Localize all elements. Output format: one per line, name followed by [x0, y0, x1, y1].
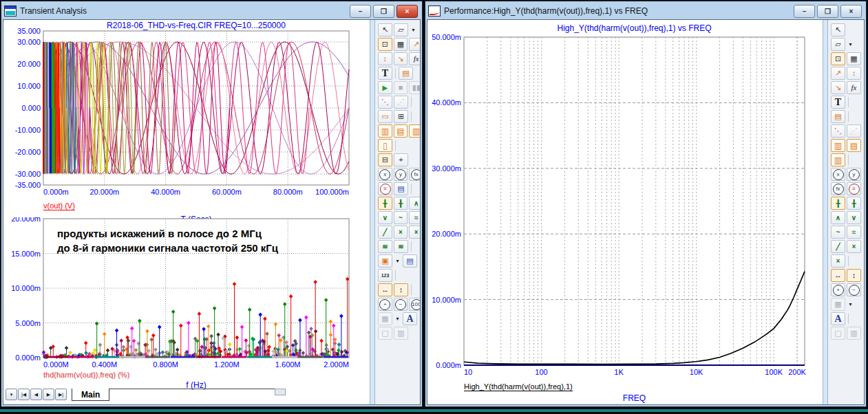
cursor-next-right-icon[interactable]: ╂ [394, 197, 408, 210]
tab-first-button[interactable]: |◀ [18, 389, 30, 400]
copy-to-clipboard-icon[interactable]: ▣ [378, 254, 392, 268]
tile-windows-icon[interactable]: ▥ [847, 327, 861, 340]
plot-scrollbar[interactable] [370, 20, 375, 404]
cursor-valley-icon[interactable]: ∨ [847, 211, 861, 224]
auto-scale-horizontal-icon[interactable]: ↔ [831, 269, 845, 282]
performance-window-titlebar[interactable]: Performance:High_Y(thd(harm(v(out)),freq… [427, 3, 865, 19]
scale-mode-icon[interactable]: ⊡ [378, 38, 392, 51]
horizontal-grid-toggle-icon[interactable]: ▤ [394, 124, 408, 138]
scale-vertical-mode-icon[interactable]: ↕ [847, 67, 861, 80]
text-tool-icon[interactable]: T [378, 67, 392, 80]
minor-grid-toggle-icon[interactable]: ▥ [409, 124, 421, 138]
select-tool-icon[interactable]: ↖ [831, 23, 845, 36]
restore-button[interactable]: ❐ [817, 5, 838, 18]
stop-button-icon[interactable]: ■ [394, 81, 408, 94]
zoom-in-icon[interactable]: + [378, 298, 392, 311]
transient-window-titlebar[interactable]: Transient Analysis – ❐ × [3, 3, 421, 19]
restore-button[interactable]: ❐ [373, 5, 394, 18]
tile-windows-icon[interactable]: ▥ [394, 327, 408, 340]
edit-text-icon[interactable]: ▤ [394, 182, 408, 195]
close-button[interactable]: × [396, 5, 418, 18]
data-point-labels-icon[interactable]: ⊞ [394, 110, 408, 123]
go-to-x-icon[interactable]: x [831, 168, 845, 181]
zoom-in-scale-icon[interactable]: ↗ [409, 38, 421, 51]
pause-button-icon[interactable]: ▮▮ [409, 81, 421, 94]
minor-grid-toggle-icon[interactable]: ▥ [831, 153, 845, 166]
copy-dropdown-icon[interactable]: ▾ [394, 254, 401, 268]
scale-mode-icon[interactable]: ⊡ [831, 52, 845, 65]
cursor-global-high-icon[interactable]: ≋ [378, 240, 392, 253]
fx-expression-icon[interactable]: fx [847, 81, 861, 94]
cursor-next-right-icon[interactable]: ╂ [847, 197, 861, 210]
tab-prev-button[interactable]: ◀ [30, 389, 42, 400]
select-tool-icon[interactable]: ↖ [378, 23, 392, 36]
minimize-button[interactable]: – [794, 5, 815, 18]
font-button-icon[interactable]: A [403, 312, 417, 325]
properties-dialog-icon[interactable]: ▤ [831, 110, 845, 123]
go-to-branch-icon[interactable]: ≡ [847, 182, 861, 195]
cursor-high-icon[interactable]: ~ [831, 226, 845, 239]
auto-scale-vertical-icon[interactable]: ↕ [394, 283, 408, 296]
shapes-dropdown-icon[interactable]: ▾ [410, 23, 417, 36]
cursor-slope-icon[interactable]: ╱ [378, 226, 392, 239]
thumbnail-view-icon[interactable]: ▦ [378, 312, 392, 325]
cursor-intersect-icon[interactable]: × [847, 240, 861, 253]
cursor-peak-icon[interactable]: ∧ [409, 197, 421, 210]
cursor-cross-icon[interactable]: × [831, 254, 845, 268]
zoom-out-scale-icon[interactable]: ↘ [394, 52, 408, 65]
ruler-toggle-icon[interactable]: ▭ [378, 110, 392, 123]
go-to-branch-icon[interactable]: ≡ [378, 182, 392, 195]
cascade-windows-icon[interactable]: ▢ [378, 327, 392, 340]
close-button[interactable]: × [840, 5, 862, 18]
cursor-crosshair-toggle-icon[interactable]: + [394, 153, 408, 166]
font-button-icon[interactable]: A [831, 312, 845, 325]
tab-main[interactable]: Main [72, 389, 109, 401]
cursor-global-low-icon[interactable]: ≋ [394, 240, 408, 253]
zoom-out-icon[interactable]: − [394, 298, 408, 311]
tab-strip-end[interactable] [275, 389, 286, 395]
cursor-low-icon[interactable]: ≈ [409, 211, 421, 224]
go-to-performance-icon[interactable]: fx [409, 168, 421, 181]
minimize-button[interactable]: – [350, 5, 371, 18]
auto-scale-vertical-icon[interactable]: ↕ [847, 269, 861, 282]
cursor-next-left-icon[interactable]: ╂ [378, 197, 392, 210]
zoom-in-scale-icon[interactable]: ↗ [831, 67, 845, 80]
horizontal-grid-toggle-icon[interactable]: ▤ [847, 139, 861, 152]
go-to-performance-icon[interactable]: fx [831, 182, 845, 195]
scale-vertical-mode-icon[interactable]: ↕ [378, 52, 392, 65]
go-to-y-icon[interactable]: y [394, 168, 408, 181]
data-points-toggle-icon[interactable]: ⋱ [378, 96, 392, 109]
zoom-out-icon[interactable]: − [847, 283, 861, 296]
horizontal-cursor-toggle-icon[interactable]: ⊟ [378, 153, 392, 166]
graphics-shapes-tool-icon[interactable]: ▱ [394, 23, 408, 36]
cursor-valley-icon[interactable]: ∨ [378, 211, 392, 224]
cascade-windows-icon[interactable]: ▢ [831, 327, 845, 340]
vertical-grid-toggle-icon[interactable]: ▥ [831, 139, 845, 152]
graph-properties-icon[interactable]: ▦ [847, 52, 861, 65]
go-to-x-icon[interactable]: x [378, 168, 392, 181]
graph-properties-icon[interactable]: ▦ [394, 38, 408, 51]
thumbnail-dropdown-icon[interactable]: ▾ [394, 312, 401, 325]
vertical-grid-toggle-icon[interactable]: ▥ [378, 124, 392, 138]
calculator-icon[interactable]: 123 [378, 269, 392, 282]
cursor-high-icon[interactable]: ~ [394, 211, 408, 224]
fx-expression-icon[interactable]: fx [409, 52, 421, 65]
zoom-out-scale-icon[interactable]: ↘ [831, 81, 845, 94]
cursor-slope-icon[interactable]: ╱ [831, 240, 845, 253]
zoom-100-icon[interactable]: 100 [409, 298, 421, 311]
tab-next-button[interactable]: ▶ [43, 389, 54, 400]
properties-dialog-icon[interactable]: ▤ [399, 67, 413, 80]
thumbnail-dropdown-icon[interactable]: ▾ [847, 298, 854, 311]
thumbnail-view-icon[interactable]: ▦ [831, 298, 845, 311]
text-tool-icon[interactable]: T [831, 96, 845, 109]
shapes-dropdown-icon[interactable]: ▾ [847, 38, 854, 51]
tab-last-button[interactable]: ▶| [55, 389, 67, 400]
tab-list-dropdown[interactable]: ▾ [6, 389, 17, 400]
token-markers-toggle-icon[interactable]: ⋰ [394, 96, 408, 109]
cursor-next-left-icon[interactable]: ╂ [831, 197, 845, 210]
graphics-shapes-tool-icon[interactable]: ▱ [831, 38, 845, 51]
cursor-intersect-icon[interactable]: × [409, 226, 421, 239]
baseline-toggle-icon[interactable]: ▯ [378, 139, 392, 152]
cursor-low-icon[interactable]: ≈ [847, 226, 861, 239]
cursor-peak-icon[interactable]: ∧ [831, 211, 845, 224]
